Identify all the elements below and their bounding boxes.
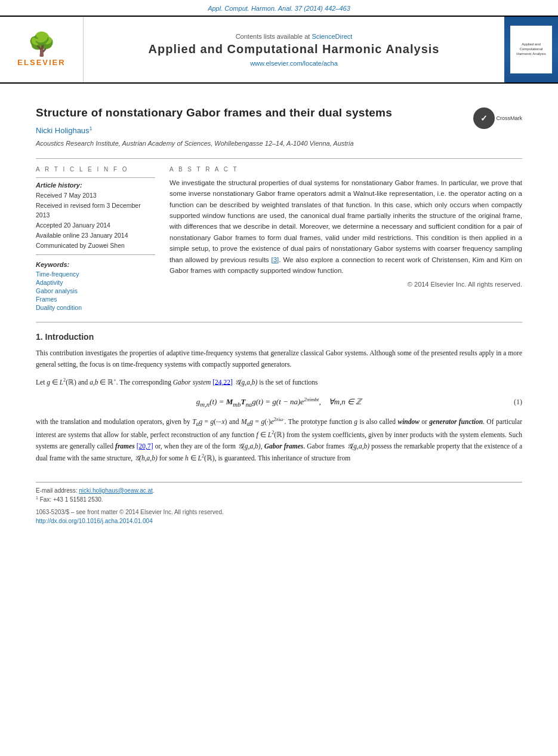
author-text: Nicki Holighaus xyxy=(36,126,90,135)
equation-1: gm,n(t) = MmbTnag(t) = g(t − na)e2πimbt,… xyxy=(36,396,522,407)
article-info-column: A R T I C L E I N F O Article history: R… xyxy=(36,166,155,312)
received-date: Received 7 May 2013 xyxy=(36,190,155,201)
abstract-text: We investigate the structural properties… xyxy=(169,177,522,276)
section-divider xyxy=(36,322,522,322)
keyword-3: Gabor analysis xyxy=(36,287,155,294)
keywords-section: Keywords: Time-frequency Adaptivity Gabo… xyxy=(36,261,155,311)
ref-3-link[interactable]: [3] xyxy=(272,256,279,263)
keyword-2: Adaptivity xyxy=(36,279,155,286)
footnote-area: E-mail address: nicki.holighaus@oeaw.ac.… xyxy=(36,482,522,524)
journal-cover-text: Applied andComputationalHarmonic Analysi… xyxy=(516,42,545,56)
article-columns: A R T I C L E I N F O Article history: R… xyxy=(36,158,522,312)
ref-20-7-link[interactable]: [20,7] xyxy=(137,442,153,450)
fax-number: +43 1 51581 2530. xyxy=(53,496,103,503)
issn-line: 1063-5203/$ – see front matter © 2014 El… xyxy=(36,509,522,515)
accepted-date: Accepted 20 January 2014 xyxy=(36,220,155,231)
journal-cover-image: Applied andComputationalHarmonic Analysi… xyxy=(510,26,552,73)
journal-title: Applied and Computational Harmonic Analy… xyxy=(149,42,440,56)
journal-cover-logo: Applied andComputationalHarmonic Analysi… xyxy=(504,17,558,82)
eq-number: (1) xyxy=(514,397,522,406)
crossmark-icon: ✓ xyxy=(473,107,495,129)
keyword-5: Duality condition xyxy=(36,304,155,311)
intro-para-1: This contribution investigates the prope… xyxy=(36,348,522,370)
math-gabor-system-label: Gabor system xyxy=(173,378,211,385)
content-area: Structure of nonstationary Gabor frames … xyxy=(0,84,558,536)
keyword-4: Frames xyxy=(36,296,155,303)
copyright-line: © 2014 Elsevier Inc. All rights reserved… xyxy=(169,281,522,288)
journal-title-block: Contents lists available at ScienceDirec… xyxy=(84,17,504,82)
affiliation: Acoustics Research Institute, Austrian A… xyxy=(36,139,522,149)
elsevier-label: ELSEVIER xyxy=(17,58,65,67)
intro-para-2: Let g ∈ L2(ℝ) and a,b ∈ ℝ+. The correspo… xyxy=(36,376,522,388)
elsevier-logo: 🌳 ELSEVIER xyxy=(0,17,84,82)
sciencedirect-link[interactable]: ScienceDirect xyxy=(312,33,352,40)
paper-title: Structure of nonstationary Gabor frames … xyxy=(36,106,522,119)
intro-number: 1. xyxy=(36,332,43,342)
math-ab: a,b xyxy=(90,378,98,385)
revised-date: Received in revised form 3 December 2013 xyxy=(36,201,155,221)
keywords-label: Keywords: xyxy=(36,261,155,268)
article-history-box: Article history: Received 7 May 2013 Rec… xyxy=(36,177,155,255)
available-date: Available online 23 January 2014 xyxy=(36,231,155,241)
crossmark-label: CrossMark xyxy=(496,115,522,121)
doi-link[interactable]: http://dx.doi.org/10.1016/j.acha.2014.01… xyxy=(36,518,522,524)
equation-content: gm,n(t) = MmbTnag(t) = g(t − na)e2πimbt,… xyxy=(196,397,362,406)
journal-header: 🌳 ELSEVIER Contents lists available at S… xyxy=(0,16,558,84)
footnote-fax: 1 Fax: +43 1 51581 2530. xyxy=(36,495,522,504)
email-link[interactable]: nicki.holighaus@oeaw.ac.at xyxy=(79,487,153,494)
ref-24-22-link[interactable]: [24,22] xyxy=(212,378,233,385)
intro-title: Introduction xyxy=(45,332,94,342)
intro-para-3: with the translation and modulation oper… xyxy=(36,416,522,463)
author-sup: 1 xyxy=(90,125,93,131)
citation-text: Appl. Comput. Harmon. Anal. 37 (2014) 44… xyxy=(208,5,350,12)
page: Appl. Comput. Harmon. Anal. 37 (2014) 44… xyxy=(0,0,558,756)
abstract-column: A B S T R A C T We investigate the struc… xyxy=(169,166,522,312)
author-name: Nicki Holighaus1 xyxy=(36,125,522,135)
article-info-label: A R T I C L E I N F O xyxy=(36,166,155,173)
intro-heading: 1. Introduction xyxy=(36,332,522,342)
email-label: E-mail address: xyxy=(36,487,77,494)
contents-text: Contents lists available at xyxy=(236,33,310,40)
keyword-1: Time-frequency xyxy=(36,271,155,278)
then-word: then xyxy=(469,234,482,241)
history-label: Article history: xyxy=(36,182,155,189)
top-citation-bar: Appl. Comput. Harmon. Anal. 37 (2014) 44… xyxy=(0,0,558,16)
communicated-by: Communicated by Zuowei Shen xyxy=(36,241,155,251)
abstract-label: A B S T R A C T xyxy=(169,166,522,173)
footnote-email: E-mail address: nicki.holighaus@oeaw.ac.… xyxy=(36,486,522,495)
sciencedirect-line: Contents lists available at ScienceDirec… xyxy=(236,33,353,40)
math-g: g xyxy=(47,378,50,385)
math-Ggab: 𝒢(g,a,b) xyxy=(235,378,258,385)
journal-url: www.elsevier.com/locate/acha xyxy=(250,60,338,67)
fax-label: Fax: xyxy=(40,496,51,503)
crossmark-block: ✓ CrossMark xyxy=(473,107,522,129)
elsevier-tree-icon: 🌳 xyxy=(27,33,56,56)
title-block: Structure of nonstationary Gabor frames … xyxy=(36,106,522,119)
